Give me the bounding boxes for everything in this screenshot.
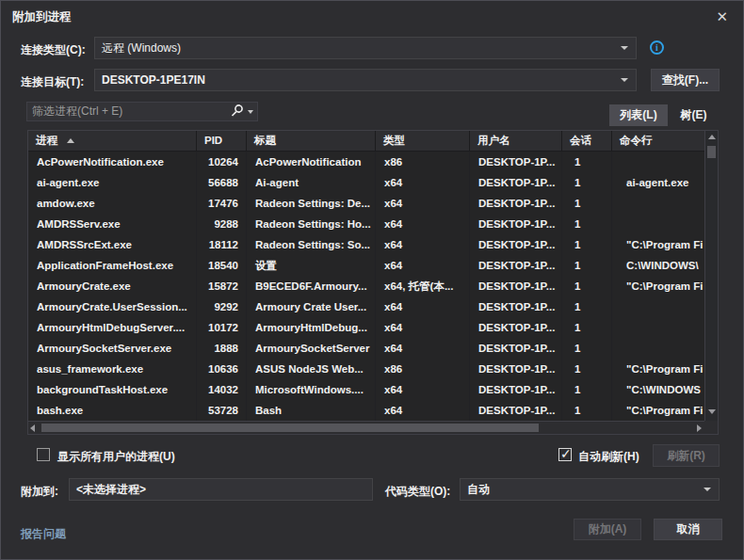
table-row[interactable]: asus_framework.exe 10636 ASUS NodeJS Web… <box>28 359 704 379</box>
scroll-right-icon[interactable] <box>697 424 702 432</box>
column-header-user[interactable]: 用户名 <box>470 131 562 151</box>
table-row[interactable]: AMDRSServ.exe 9288 Radeon Settings: Ho..… <box>28 214 704 234</box>
chevron-down-icon <box>621 78 628 82</box>
find-button[interactable]: 查找(F)... <box>651 69 720 91</box>
vertical-scroll-thumb[interactable] <box>707 146 716 158</box>
report-problem-link[interactable]: 报告问题 <box>21 526 66 542</box>
process-table: 进程 PID 标题 类型 用户名 会话 命令行 AcPowerNotificat… <box>27 130 719 435</box>
dialog-title: 附加到进程 <box>12 9 72 25</box>
scroll-up-icon[interactable] <box>708 135 716 139</box>
connection-type-value: 远程 (Windows) <box>102 40 181 56</box>
column-header-process[interactable]: 进程 <box>28 131 197 151</box>
table-row[interactable]: AcPowerNotification.exe 10264 AcPowerNot… <box>28 152 704 172</box>
code-type-label: 代码类型(O): <box>385 484 450 500</box>
refresh-button[interactable]: 刷新(R) <box>653 444 720 467</box>
table-row[interactable]: AMDRSSrcExt.exe 18112 Radeon Settings: S… <box>28 234 704 255</box>
attach-to-process-dialog: 附加到进程 ✕ 连接类型(C): 远程 (Windows) i 连接目标(T):… <box>0 0 744 560</box>
attach-to-value: <未选择进程> <box>76 482 146 498</box>
attach-button[interactable]: 附加(A) <box>574 519 641 540</box>
attach-to-field[interactable]: <未选择进程> <box>69 478 373 501</box>
filter-caret-icon[interactable] <box>248 110 253 114</box>
sort-ascending-icon <box>67 138 74 143</box>
connection-target-combo[interactable]: DESKTOP-1PE17IN <box>94 69 637 91</box>
auto-refresh-checkbox[interactable] <box>558 448 572 461</box>
column-header-pid[interactable]: PID <box>197 131 247 151</box>
column-header-session[interactable]: 会话 <box>562 131 612 151</box>
table-row[interactable]: ai-agent.exe 56688 Ai-agent x64 DESKTOP-… <box>28 172 704 193</box>
horizontal-scroll-thumb[interactable] <box>41 424 539 432</box>
column-header-type[interactable]: 类型 <box>376 131 470 151</box>
connection-target-label: 连接目标(T): <box>21 74 84 90</box>
scroll-left-icon[interactable] <box>30 424 35 432</box>
filter-input[interactable]: 筛选进程(Ctrl + E) <box>26 102 258 121</box>
process-table-body: AcPowerNotification.exe 10264 AcPowerNot… <box>28 152 704 421</box>
scrollbar-corner <box>704 421 718 434</box>
column-header-title[interactable]: 标题 <box>247 131 376 151</box>
auto-refresh-label: 自动刷新(H) <box>578 449 639 465</box>
code-type-combo[interactable]: 自动 <box>460 478 720 501</box>
table-row[interactable]: ArmouryCrate.exe 15872 B9ECED6F.Armoury.… <box>28 276 704 296</box>
code-type-value: 自动 <box>467 482 490 498</box>
filter-placeholder: 筛选进程(Ctrl + E) <box>32 104 122 120</box>
vertical-scrollbar[interactable] <box>704 131 718 421</box>
show-all-processes-checkbox[interactable] <box>37 448 50 461</box>
horizontal-scrollbar[interactable] <box>28 421 704 434</box>
connection-type-combo[interactable]: 远程 (Windows) <box>94 37 637 59</box>
table-row[interactable]: ArmouryHtmlDebugServer.... 10172 Armoury… <box>28 317 704 338</box>
tree-view-button[interactable]: 树(E) <box>671 104 717 126</box>
connection-type-label: 连接类型(C): <box>21 42 86 58</box>
table-row[interactable]: ArmourySocketServer.exe 1888 ArmourySock… <box>28 338 704 359</box>
chevron-down-icon <box>704 488 711 491</box>
connection-target-value: DESKTOP-1PE17IN <box>102 73 205 87</box>
table-row[interactable]: bash.exe 53728 Bash x64 DESKTOP-1P... 1 … <box>28 400 704 421</box>
table-row[interactable]: ApplicationFrameHost.exe 18540 设置 x64 DE… <box>28 255 704 276</box>
cancel-button[interactable]: 取消 <box>654 519 722 540</box>
chevron-down-icon <box>621 46 628 50</box>
table-row[interactable]: ArmouryCrate.UserSession... 9292 Armoury… <box>28 296 704 317</box>
scroll-down-icon[interactable] <box>708 409 716 414</box>
list-view-button[interactable]: 列表(L) <box>609 104 668 126</box>
close-icon[interactable]: ✕ <box>716 8 728 25</box>
show-all-processes-label: 显示所有用户的进程(U) <box>57 449 175 465</box>
search-icon[interactable] <box>230 104 245 119</box>
table-row[interactable]: amdow.exe 17476 Radeon Settings: De... x… <box>28 193 704 214</box>
column-header-cmdline[interactable]: 命令行 <box>612 131 704 151</box>
info-icon[interactable]: i <box>650 40 664 55</box>
attach-to-label: 附加到: <box>21 484 58 500</box>
table-row[interactable]: backgroundTaskHost.exe 14032 MicrosoftWi… <box>28 379 704 400</box>
table-header: 进程 PID 标题 类型 用户名 会话 命令行 <box>28 131 704 152</box>
